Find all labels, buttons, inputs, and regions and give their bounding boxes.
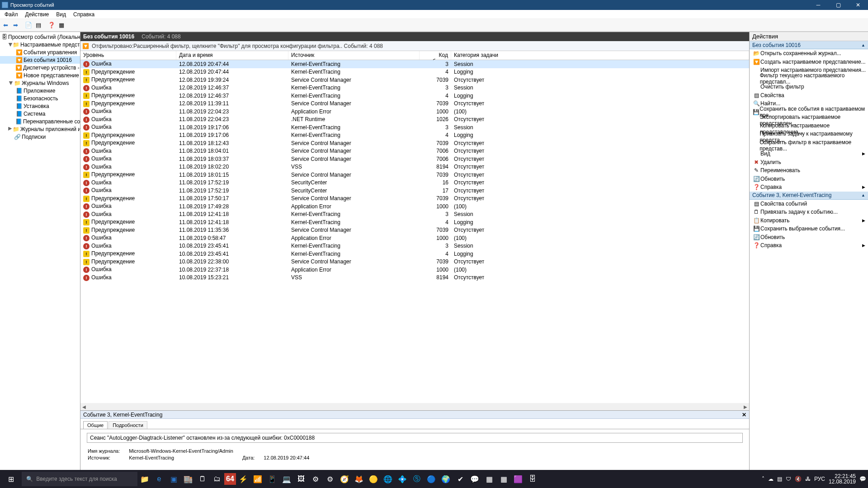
table-row[interactable]: !Предупреждение11.08.2019 18:12:43Servic… <box>80 139 749 147</box>
taskbar-app-icon[interactable]: 📶 <box>250 472 265 486</box>
tree-custom-views[interactable]: ⯆📁Настраиваемые представления <box>0 41 80 48</box>
taskbar-app-icon[interactable]: ⚙ <box>308 472 323 486</box>
table-row[interactable]: !Ошибка11.08.2019 17:52:19SecurityCenter… <box>80 187 749 195</box>
actions-group1-head[interactable]: Без события 10016▲ <box>750 41 868 49</box>
toolbar-icon-1[interactable]: 📄 <box>24 21 33 30</box>
table-row[interactable]: !Предупреждение12.08.2019 19:39:24Servic… <box>80 76 749 84</box>
taskbar-app-icon[interactable]: 🗄 <box>525 472 540 486</box>
taskbar-app-icon[interactable]: 🌍 <box>439 472 453 486</box>
taskbar-app-icon[interactable]: 💬 <box>467 472 482 486</box>
taskbar-app-icon[interactable]: 🧭 <box>337 472 352 486</box>
tree-wl-item[interactable]: 📘Приложение <box>0 87 80 94</box>
taskbar-app-icon[interactable]: 🦊 <box>352 472 366 486</box>
menu-file[interactable]: Файл <box>2 11 21 18</box>
menu-action[interactable]: Действие <box>23 11 52 18</box>
table-row[interactable]: !Ошибка10.08.2019 15:23:21VSS8194Отсутст… <box>80 274 749 282</box>
action-item[interactable]: ❓Справка▶ <box>750 183 868 192</box>
taskbar-app-icon[interactable]: 🗒 <box>195 472 210 486</box>
taskbar-app-icon[interactable]: ⚙ <box>323 472 337 486</box>
expand-icon[interactable]: ⯈ <box>8 127 13 131</box>
action-item[interactable]: ❓Справка▶ <box>750 241 868 250</box>
tree-wl-item[interactable]: 📘Перенаправленные события <box>0 117 80 125</box>
action-item[interactable]: ▤Свойства <box>750 91 868 100</box>
taskbar-app-icon[interactable]: 🟪 <box>511 472 525 486</box>
table-row[interactable]: !Ошибка11.08.2019 0:58:47Application Err… <box>80 234 749 242</box>
taskbar-app-icon[interactable]: e <box>152 472 166 486</box>
taskbar-app-icon[interactable]: 📱 <box>265 472 279 486</box>
minimize-button[interactable]: ─ <box>808 0 828 10</box>
taskbar-app-icon[interactable]: 📁 <box>137 472 152 486</box>
action-item[interactable]: 📋Копировать▶ <box>750 216 868 225</box>
table-row[interactable]: !Предупреждение11.08.2019 17:50:17Servic… <box>80 195 749 203</box>
table-row[interactable]: !Ошибка11.08.2019 22:04:23Application Er… <box>80 108 749 116</box>
table-row[interactable]: !Ошибка11.08.2019 12:41:18Kernel-EventTr… <box>80 211 749 219</box>
table-row[interactable]: !Предупреждение11.08.2019 11:35:36Servic… <box>80 226 749 235</box>
table-row[interactable]: !Ошибка11.08.2019 17:52:19SecurityCenter… <box>80 179 749 187</box>
taskbar-app-icon[interactable]: ✔ <box>453 472 467 486</box>
notifications-icon[interactable]: 💬 <box>858 476 868 482</box>
table-row[interactable]: !Предупреждение12.08.2019 20:47:44Kernel… <box>80 68 749 76</box>
tree-cv-item[interactable]: 🔽События управления <box>0 48 80 56</box>
table-row[interactable]: !Ошибка11.08.2019 18:03:37Service Contro… <box>80 155 749 163</box>
table-row[interactable]: !Предупреждение11.08.2019 18:01:15Servic… <box>80 171 749 179</box>
tree-root[interactable]: 🗄Просмотр событий (Локальный) <box>0 33 80 41</box>
table-row[interactable]: !Ошибка11.08.2019 18:04:01Service Contro… <box>80 147 749 155</box>
action-item[interactable]: ▤Свойства событий <box>750 200 868 208</box>
taskbar-clock[interactable]: 22:21:4512.08.2019 <box>827 474 858 484</box>
actions-group2-head[interactable]: Событие 3, Kernel-EventTracing▲ <box>750 192 868 200</box>
tray-icon[interactable]: ▤ <box>775 476 784 482</box>
collapse-icon[interactable]: ⯆ <box>8 80 14 85</box>
table-row[interactable]: !Ошибка11.08.2019 22:04:23.NET Runtime10… <box>80 116 749 124</box>
table-row[interactable]: !Предупреждение12.08.2019 12:46:37Kernel… <box>80 92 749 100</box>
action-item[interactable]: 💾Сохранить выбранные события... <box>750 225 868 233</box>
table-row[interactable]: !Предупреждение10.08.2019 22:38:00Servic… <box>80 258 749 266</box>
action-item[interactable]: 🔽Создать настраиваемое представление... <box>750 58 868 66</box>
table-row[interactable]: !Ошибка12.08.2019 20:47:44Kernel-EventTr… <box>80 60 749 68</box>
taskbar-app-icon[interactable]: ▦ <box>496 472 511 486</box>
tree-cv-item[interactable]: 🔽Диспетчер устройств - V <box>0 64 80 71</box>
col-category[interactable]: Категория задачи <box>451 51 749 60</box>
table-row[interactable]: !Предупреждение11.08.2019 19:17:06Kernel… <box>80 131 749 140</box>
taskbar-app-icon[interactable]: 64 <box>224 473 236 485</box>
detail-close-button[interactable]: ✕ <box>742 412 746 418</box>
tree-pane[interactable]: 🗄Просмотр событий (Локальный) ⯆📁Настраив… <box>0 32 80 470</box>
table-row[interactable]: !Предупреждение11.08.2019 12:41:18Kernel… <box>80 218 749 226</box>
h-scrollbar[interactable]: ◀▶ <box>80 403 749 410</box>
help-icon[interactable]: ❓ <box>47 21 56 30</box>
table-row[interactable]: !Ошибка12.08.2019 12:46:37Kernel-EventTr… <box>80 84 749 92</box>
taskbar-app-icon[interactable]: 💻 <box>279 472 294 486</box>
table-row[interactable]: !Ошибка11.08.2019 18:02:20VSS8194Отсутст… <box>80 163 749 171</box>
action-item[interactable]: 📂Открыть сохраненный журнал... <box>750 49 868 58</box>
menu-view[interactable]: Вид <box>53 11 69 18</box>
tray-icon[interactable]: 🖧 <box>803 476 812 482</box>
col-code[interactable]: Код события <box>420 51 451 60</box>
tree-cv-item-selected[interactable]: 🔽Без события 10016 <box>0 56 80 64</box>
toolbar-icon-3[interactable]: ▦ <box>57 21 66 30</box>
tree-win-logs[interactable]: ⯆📁Журналы Windows <box>0 79 80 87</box>
tab-general[interactable]: Общие <box>83 421 108 429</box>
taskbar-app-icon[interactable]: 🖼 <box>294 472 308 486</box>
table-row[interactable]: !Предупреждение10.08.2019 23:45:41Kernel… <box>80 250 749 258</box>
col-source[interactable]: Источник <box>288 51 420 60</box>
table-row[interactable]: !Ошибка10.08.2019 22:37:18Application Er… <box>80 266 749 274</box>
close-button[interactable]: ✕ <box>848 0 868 10</box>
tree-app-svc[interactable]: ⯈📁Журналы приложений и служб <box>0 125 80 133</box>
action-item[interactable]: ✖Удалить <box>750 158 868 167</box>
table-row[interactable]: !Ошибка11.08.2019 17:49:28Application Er… <box>80 202 749 211</box>
collapse-icon[interactable]: ⯆ <box>8 42 13 47</box>
tree-cv-item[interactable]: 🔽Новое представление <box>0 71 80 79</box>
tree-wl-item[interactable]: 📘Установка <box>0 102 80 110</box>
taskbar-app-icon[interactable]: ▦ <box>482 472 496 486</box>
taskbar-app-icon[interactable]: 🗂 <box>210 472 224 486</box>
tab-details[interactable]: Подробности <box>108 421 147 429</box>
taskbar-app-icon[interactable]: 🔵 <box>424 472 439 486</box>
table-row[interactable]: !Ошибка10.08.2019 23:45:41Kernel-EventTr… <box>80 242 749 250</box>
action-item[interactable]: 🔄Обновить <box>750 175 868 183</box>
taskbar-app-icon[interactable]: 🟡 <box>366 472 381 486</box>
taskbar-search[interactable]: 🔍 Введите здесь текст для поиска <box>22 472 137 486</box>
tray-chevron-icon[interactable]: ˄ <box>760 476 766 482</box>
taskbar-app-icon[interactable]: 🏬 <box>181 472 195 486</box>
tree-wl-item[interactable]: 📘Система <box>0 110 80 117</box>
maximize-button[interactable]: ▢ <box>828 0 848 10</box>
taskbar-app-icon[interactable]: Ⓢ <box>410 472 424 486</box>
